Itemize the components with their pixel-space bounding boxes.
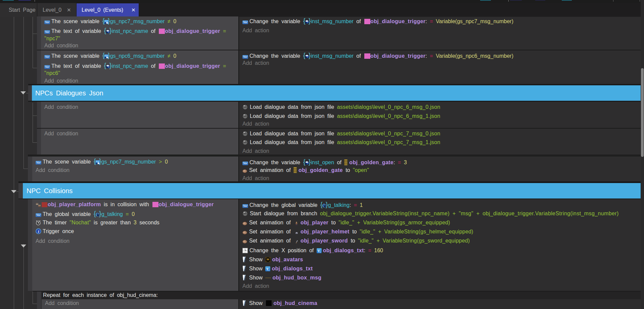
svg-text:x: x — [268, 269, 270, 271]
svg-text:x: x — [320, 251, 321, 253]
svg-text:1: 1 — [38, 229, 40, 233]
